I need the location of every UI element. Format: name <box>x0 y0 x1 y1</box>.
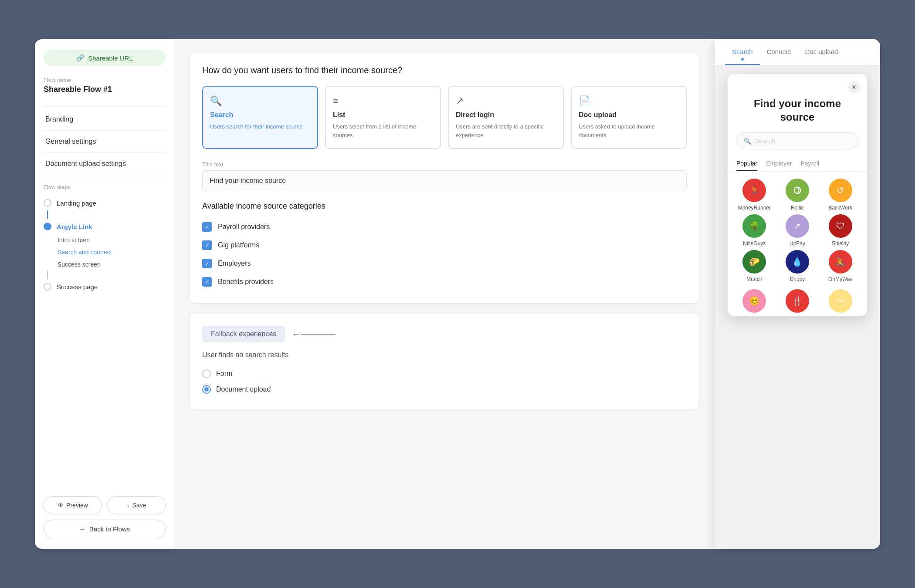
provider-name-rollie: Rollie <box>791 205 804 211</box>
type-card-list[interactable]: ≡ List Users select from a list of incom… <box>325 86 441 149</box>
preview-tab-connect[interactable]: Connect <box>760 39 798 65</box>
checkbox-gig: ✓ <box>202 240 212 250</box>
provider-extra-3[interactable]: 〜 <box>820 289 860 313</box>
modal-close-button[interactable]: ✕ <box>848 81 860 93</box>
list-type-icon: ≡ <box>333 95 433 107</box>
radio-form-label: Form <box>216 370 232 378</box>
right-preview-panel: Search Connect Doc upload ✕ Find your in… <box>715 39 880 549</box>
back-to-flows-button[interactable]: ← Back to Flows <box>44 520 166 538</box>
sub-step-success-screen[interactable]: Success screen <box>44 258 166 270</box>
type-card-direct-login[interactable]: ↗ Direct login Users are sent directly t… <box>448 86 564 149</box>
type-card-doc-upload[interactable]: 📄 Doc upload Users asked to upload incom… <box>571 86 687 149</box>
modal-title: Find your income source <box>728 93 867 132</box>
sidebar-item-branding[interactable]: Branding <box>44 108 166 131</box>
provider-extra-1[interactable]: 😊 <box>735 289 774 313</box>
preview-tab-search-label: Search <box>732 48 753 55</box>
save-button[interactable]: ↓ Save <box>107 496 166 514</box>
search-type-icon: 🔍 <box>210 95 310 107</box>
list-type-desc: Users select from a list of income sourc… <box>333 122 433 139</box>
checkbox-benefits: ✓ <box>202 277 212 287</box>
preview-button[interactable]: 👁 Preview <box>44 496 102 514</box>
direct-login-type-icon: ↗ <box>456 95 556 107</box>
provider-name-munch: Munch <box>746 276 762 282</box>
provider-rollie[interactable]: Rollie <box>778 179 817 211</box>
sidebar-footer: 👁 Preview ↓ Save ← Back to Flows <box>44 496 166 538</box>
income-source-card: How do you want users to find their inco… <box>190 53 699 303</box>
preview-tab-doc-upload[interactable]: Doc upload <box>798 39 845 65</box>
provider-moneyrunner[interactable]: 🏃 MoneyRunner <box>735 179 774 211</box>
fallback-header: Fallback experiences ←———— <box>202 326 687 342</box>
type-card-search[interactable]: 🔍 Search Users search for their income s… <box>202 86 318 149</box>
direct-login-type-name: Direct login <box>456 111 556 119</box>
doc-upload-type-icon: 📄 <box>579 95 679 107</box>
step-circle-landing <box>44 199 51 207</box>
preview-label: Preview <box>66 502 88 509</box>
fallback-card: Fallback experiences ←———— User finds no… <box>190 314 699 409</box>
doc-upload-type-desc: Users asked to upload income documents <box>579 122 679 139</box>
fallback-badge: Fallback experiences <box>202 326 285 342</box>
arrow-left-icon: ← <box>79 525 86 533</box>
radio-form[interactable]: Form <box>202 366 687 382</box>
back-to-flows-label: Back to Flows <box>89 525 130 533</box>
modal-search-box[interactable]: 🔍 Search <box>736 132 858 149</box>
eye-icon: 👁 <box>58 502 64 509</box>
checkbox-payroll: ✓ <box>202 222 212 232</box>
step-landing-page[interactable]: Landing page <box>44 196 166 210</box>
provider-icon-drippy: 💧 <box>786 250 809 274</box>
preview-content: ✕ Find your income source 🔍 Search Popul… <box>715 65 880 549</box>
step-success-page[interactable]: Success page <box>44 279 166 294</box>
title-text-input[interactable] <box>202 170 687 191</box>
provider-icon-shieldy: 🛡 <box>829 214 852 238</box>
provider-name-uppay: UpPay <box>790 240 805 247</box>
category-employers[interactable]: ✓ Employers <box>202 254 687 273</box>
provider-onmyway[interactable]: 🚴 OnMyWay <box>820 250 860 282</box>
shareable-url-label: Shareable URL <box>88 54 133 62</box>
provider-icon-moneyrunner: 🏃 <box>742 179 766 202</box>
provider-icon-niceguys: 🌳 <box>742 214 766 238</box>
search-type-desc: Users search for their income source <box>210 122 310 131</box>
shareable-url-button[interactable]: 🔗 Shareable URL <box>44 50 166 66</box>
step-argyle-link[interactable]: Argyle Link <box>44 219 166 234</box>
radio-outer-form <box>202 369 211 378</box>
provider-icon-rollie <box>786 179 809 202</box>
modal-tab-payroll[interactable]: Payroll <box>800 156 819 171</box>
provider-niceguys[interactable]: 🌳 NiceGuys <box>735 214 774 247</box>
step-connector-2 <box>44 270 166 279</box>
category-gig[interactable]: ✓ Gig platforms <box>202 236 687 254</box>
radio-inner-doc-upload <box>204 387 209 392</box>
modal-tabs: Popular Employer Payroll <box>728 156 867 172</box>
provider-drippy[interactable]: 💧 Drippy <box>778 250 817 282</box>
provider-icon-munch: 🌮 <box>742 250 766 274</box>
sub-step-intro[interactable]: Intro screen <box>44 234 166 246</box>
provider-name-niceguys: NiceGuys <box>743 240 766 247</box>
radio-document-upload[interactable]: Document upload <box>202 382 687 397</box>
provider-uppay[interactable]: ↗ UpPay <box>778 214 817 247</box>
category-payroll[interactable]: ✓ Payroll providers <box>202 218 687 236</box>
sidebar-item-general-settings[interactable]: General settings <box>44 131 166 153</box>
step-label-success: Success page <box>57 283 98 291</box>
preview-tab-dot <box>741 58 744 61</box>
provider-munch[interactable]: 🌮 Munch <box>735 250 774 282</box>
user-finds-label: User finds no search results <box>202 351 687 359</box>
sidebar-item-document-upload-settings[interactable]: Document upload settings <box>44 153 166 175</box>
radio-outer-doc-upload <box>202 385 211 394</box>
modal-tab-employer[interactable]: Employer <box>766 156 792 171</box>
modal-tab-popular[interactable]: Popular <box>736 156 757 171</box>
category-benefits[interactable]: ✓ Benefits providers <box>202 273 687 291</box>
provider-extra-2[interactable]: 🍴 <box>778 289 817 313</box>
type-cards-container: 🔍 Search Users search for their income s… <box>202 86 687 149</box>
sub-step-search-connect[interactable]: Search and connect <box>44 246 166 258</box>
category-gig-label: Gig platforms <box>218 241 259 249</box>
flow-steps-label: Flow steps <box>44 184 166 190</box>
provider-shieldy[interactable]: 🛡 Shieldy <box>820 214 860 247</box>
provider-backwork[interactable]: ↺ BackWork <box>820 179 860 211</box>
checkbox-employers: ✓ <box>202 259 212 268</box>
preview-tab-doc-upload-label: Doc upload <box>805 48 838 55</box>
income-source-title: How do you want users to find their inco… <box>202 65 687 75</box>
provider-name-drippy: Drippy <box>790 276 805 282</box>
step-circle-success <box>44 283 51 291</box>
providers-grid-extra: 😊 🍴 〜 <box>728 289 867 316</box>
preview-tab-search[interactable]: Search <box>725 39 760 65</box>
direct-login-type-desc: Users are sent directly to a specific ex… <box>456 122 556 139</box>
radio-doc-upload-label: Document upload <box>216 385 271 393</box>
